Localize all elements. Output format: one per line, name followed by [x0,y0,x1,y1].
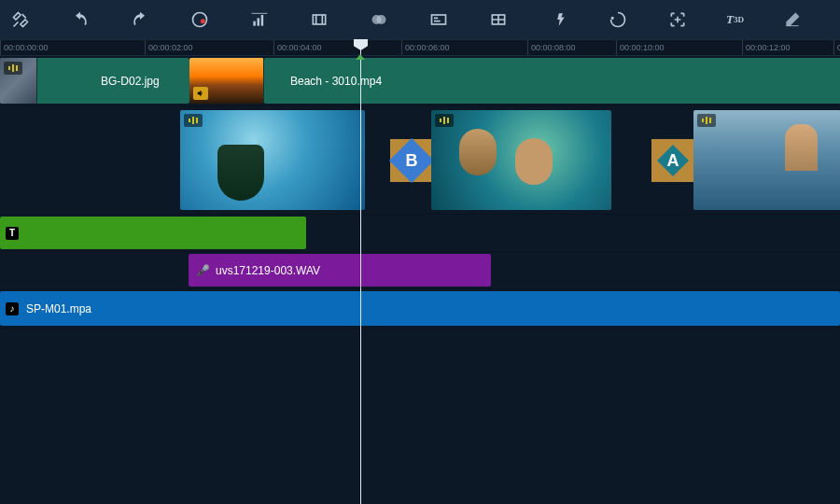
clip-badge-icon [184,114,203,127]
bg-image-clip[interactable]: BG-D02.jpg [0,58,189,104]
audio-icon [193,87,208,100]
layers-icon[interactable] [368,8,390,31]
color-icon[interactable] [189,8,211,31]
voice-clip[interactable]: 🎤 uvs171219-003.WAV [189,254,491,287]
clip-label: BG-D02.jpg [101,75,160,88]
overlay-track[interactable]: B A [0,106,840,215]
redo-icon[interactable] [129,8,151,31]
undo-icon[interactable] [69,8,91,31]
time-ruler[interactable]: 00:00:00:00 00:00:02:00 00:00:04:00 00:0… [0,39,840,56]
shape-icon[interactable] [607,8,629,31]
text3d-icon[interactable]: T3D [726,8,744,31]
ruler-tick: 00:00:00:00 [0,40,49,55]
clip-badge-icon [697,114,716,127]
playhead[interactable] [360,39,361,504]
transition-b[interactable]: B [390,139,432,182]
ruler-tick: 00:00:06:00 [401,40,450,55]
tools-icon[interactable] [9,8,32,31]
surfer2-clip[interactable] [693,110,840,210]
surf-clip[interactable] [180,110,365,210]
svg-rect-4 [261,15,264,26]
svg-point-1 [201,19,205,23]
ruler-tick: 00:00:02:00 [145,40,193,55]
svg-rect-2 [253,21,256,26]
ruler-tick: 00:00:04:00 [273,40,322,55]
timeline-tracks: BG-D02.jpg Beach - 3010.mp4 B A [0,56,840,504]
title-track[interactable]: T [0,215,840,252]
svg-rect-8 [432,15,446,24]
transition-letter: B [405,150,417,170]
underwater-clip[interactable] [431,110,611,210]
ruler-tick: 00:00:08:00 [527,40,576,55]
clip-label: Beach - 3010.mp4 [290,75,382,88]
ruler-tick: 00:00:10:00 [616,40,665,55]
video-track-1[interactable]: BG-D02.jpg Beach - 3010.mp4 [0,56,840,106]
svg-rect-3 [258,18,260,25]
subtitle-icon[interactable] [427,8,450,31]
ruler-tick: 00 [833,40,840,55]
title-track-icon: T [6,227,19,240]
transition-a[interactable]: A [651,139,693,182]
speed-icon[interactable] [547,8,569,31]
eraser-icon[interactable] [781,8,804,31]
grid-icon[interactable] [487,8,510,31]
voice-track[interactable]: 🎤 uvs171219-003.WAV [0,252,840,289]
music-clip[interactable]: ♪ SP-M01.mpa [0,291,840,326]
music-note-icon: ♪ [6,302,19,315]
mic-icon: 🎤 [196,264,210,277]
music-track[interactable]: ♪ SP-M01.mpa [0,289,840,329]
clip-badge-icon [435,114,454,127]
svg-point-7 [377,15,386,24]
ruler-tick: 00:00:12:00 [742,40,791,55]
clip-label: uvs171219-003.WAV [216,264,320,277]
crop-icon[interactable] [308,8,330,31]
clip-label: SP-M01.mpa [26,302,91,315]
clip-badge-icon [4,62,22,75]
beach-video-clip[interactable]: Beach - 3010.mp4 [264,58,840,104]
toolbar: T3D [0,0,840,39]
svg-point-10 [611,18,613,20]
sunset-thumb-clip[interactable] [189,58,264,104]
transition-letter: A [666,150,679,170]
audio-level-icon[interactable] [248,8,271,31]
title-clip[interactable]: T [0,217,306,249]
scan-icon[interactable] [666,8,689,31]
svg-point-0 [193,13,207,27]
svg-rect-5 [313,15,325,24]
